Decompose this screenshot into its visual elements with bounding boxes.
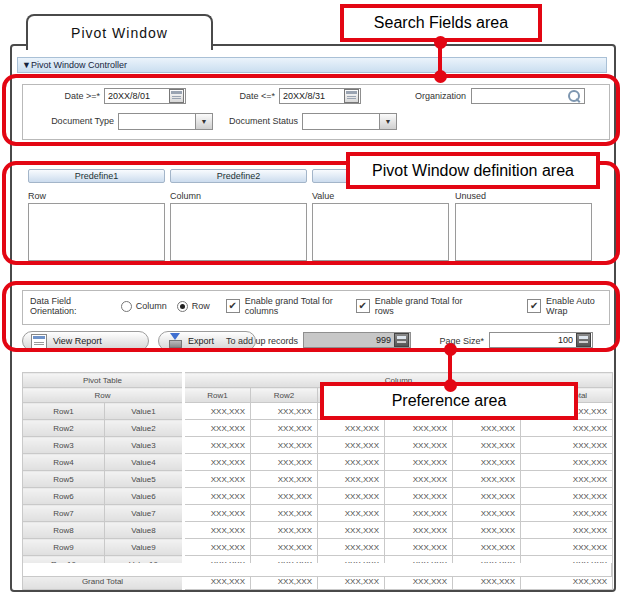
search-area-callout-text: Search Fields area: [374, 14, 508, 32]
calendar-icon[interactable]: [169, 89, 184, 103]
pivot-cell: XXX,XXX: [184, 522, 251, 539]
calculator-icon[interactable]: [394, 333, 409, 347]
grand-total-rows-option[interactable]: ✔ Enable grand Total for rows: [356, 296, 465, 316]
pivot-cell: XXX,XXX: [318, 522, 385, 539]
connector-dot: [444, 379, 457, 392]
value-list-label: Value: [312, 191, 334, 201]
pivot-cell: XXX,XXX: [318, 437, 385, 454]
pivot-cell: XXX,XXX: [453, 505, 521, 522]
row-listbox[interactable]: [28, 203, 165, 261]
pivot-cell: XXX,XXX: [251, 403, 318, 420]
table-row: Row7Value7XXX,XXXXXX,XXXXXX,XXXXXX,XXXXX…: [23, 505, 613, 522]
unused-listbox[interactable]: [455, 203, 592, 261]
pivot-cell: XXX,XXX: [318, 454, 385, 471]
pivot-cell: XXX,XXX: [385, 437, 453, 454]
report-icon: [31, 334, 47, 349]
pivot-cell: XXX,XXX: [318, 471, 385, 488]
row-group-header: Row: [23, 388, 184, 403]
chevron-down-icon[interactable]: ▼: [379, 114, 396, 129]
corner-header: Pivot Table: [23, 373, 184, 388]
pivot-cell: XXX,XXX: [521, 420, 613, 437]
records-input: [304, 334, 394, 346]
checkbox-checked-icon[interactable]: ✔: [527, 299, 541, 313]
row-list-label: Row: [28, 191, 46, 201]
radio-unselected-icon[interactable]: [121, 301, 132, 312]
auto-wrap-label: Enable Auto Wrap: [546, 296, 605, 316]
preference-area-callout-text: Preference area: [392, 392, 507, 410]
date-from-label: Date >=*: [38, 91, 100, 101]
document-status-label: Document Status: [212, 116, 298, 126]
pivot-table-body: Row1Value1XXX,XXXXXX,XXXXXX,XXXXXX,XXXXX…: [23, 403, 613, 590]
document-type-input[interactable]: [119, 116, 195, 128]
document-type-label: Document Type: [30, 116, 114, 126]
pivot-cell: XXX,XXX: [521, 505, 613, 522]
auto-wrap-option[interactable]: ✔ Enable Auto Wrap: [527, 296, 605, 316]
orientation-option-row[interactable]: Row: [177, 301, 210, 312]
value-header: Value1: [105, 403, 184, 420]
value-header: Value8: [105, 522, 184, 539]
row-header: Row8: [23, 522, 105, 539]
pivot-cell: XXX,XXX: [184, 471, 251, 488]
pivot-cell: XXX,XXX: [318, 505, 385, 522]
pivot-cell: XXX,XXX: [251, 471, 318, 488]
table-row: Row2Value2XXX,XXXXXX,XXXXXX,XXXXXX,XXXXX…: [23, 420, 613, 437]
pivot-cell: XXX,XXX: [318, 539, 385, 556]
date-from-field: [104, 88, 186, 104]
screenshot-stage: Pivot Window ▼Pivot Window Controller Da…: [0, 0, 625, 600]
search-icon[interactable]: [568, 90, 580, 102]
orientation-label: Data Field Orientation:: [30, 296, 107, 316]
pivot-cell: XXX,XXX: [521, 471, 613, 488]
row-header: Row7: [23, 505, 105, 522]
pivot-cell: XXX,XXX: [385, 488, 453, 505]
pivot-cell: XXX,XXX: [251, 488, 318, 505]
pivot-cell: XXX,XXX: [521, 488, 613, 505]
column-list-label: Column: [170, 191, 201, 201]
controller-header-bar[interactable]: ▼Pivot Window Controller: [17, 57, 607, 73]
organization-field: [471, 88, 585, 104]
pivot-window-tab[interactable]: Pivot Window: [26, 14, 213, 50]
grand-total-columns-label: Enable grand Total for columns: [245, 296, 348, 316]
value-header: Value2: [105, 420, 184, 437]
date-from-input[interactable]: [105, 90, 169, 102]
table-row: Row3Value3XXX,XXXXXX,XXXXXX,XXXXXX,XXXXX…: [23, 437, 613, 454]
records-field: [303, 332, 411, 348]
value-header: Value3: [105, 437, 184, 454]
radio-selected-icon[interactable]: [177, 301, 188, 312]
date-to-input[interactable]: [280, 90, 344, 102]
orientation-row-label: Row: [192, 301, 210, 311]
pivot-cell: XXX,XXX: [184, 488, 251, 505]
pivot-cell: XXX,XXX: [521, 522, 613, 539]
row-header: Row3: [23, 437, 105, 454]
pivot-cell: XXX,XXX: [385, 539, 453, 556]
orientation-option-column[interactable]: Column: [121, 301, 167, 312]
pivot-cell: XXX,XXX: [453, 488, 521, 505]
row-header: Row9: [23, 539, 105, 556]
value-listbox[interactable]: [312, 203, 449, 261]
pivot-cell: XXX,XXX: [453, 437, 521, 454]
column-header: Row2: [251, 388, 318, 403]
table-row: Row4Value4XXX,XXXXXX,XXXXXX,XXXXXX,XXXXX…: [23, 454, 613, 471]
calendar-icon[interactable]: [344, 89, 359, 103]
calculator-icon[interactable]: [576, 333, 591, 347]
pivot-cell: XXX,XXX: [453, 471, 521, 488]
pivot-cell: XXX,XXX: [318, 488, 385, 505]
connector-dot: [444, 343, 457, 356]
page-size-input[interactable]: [490, 334, 576, 346]
document-status-input[interactable]: [303, 116, 379, 128]
pivot-cell: XXX,XXX: [521, 454, 613, 471]
grand-total-columns-option[interactable]: ✔ Enable grand Total for columns: [226, 296, 348, 316]
predefine1-button[interactable]: Predefine1: [28, 169, 165, 183]
value-header: Value7: [105, 505, 184, 522]
column-listbox[interactable]: [170, 203, 307, 261]
view-report-button[interactable]: View Report: [22, 331, 149, 351]
predefine2-button[interactable]: Predefine2: [170, 169, 307, 183]
table-footer-strip: [22, 563, 612, 577]
checkbox-checked-icon[interactable]: ✔: [356, 299, 370, 313]
date-to-label: Date <=*: [213, 91, 275, 101]
view-report-label: View Report: [53, 336, 102, 346]
pivot-cell: XXX,XXX: [184, 437, 251, 454]
organization-input[interactable]: [472, 90, 568, 102]
chevron-down-icon[interactable]: ▼: [195, 114, 212, 129]
checkbox-checked-icon[interactable]: ✔: [226, 299, 240, 313]
pivot-cell: XXX,XXX: [521, 539, 613, 556]
